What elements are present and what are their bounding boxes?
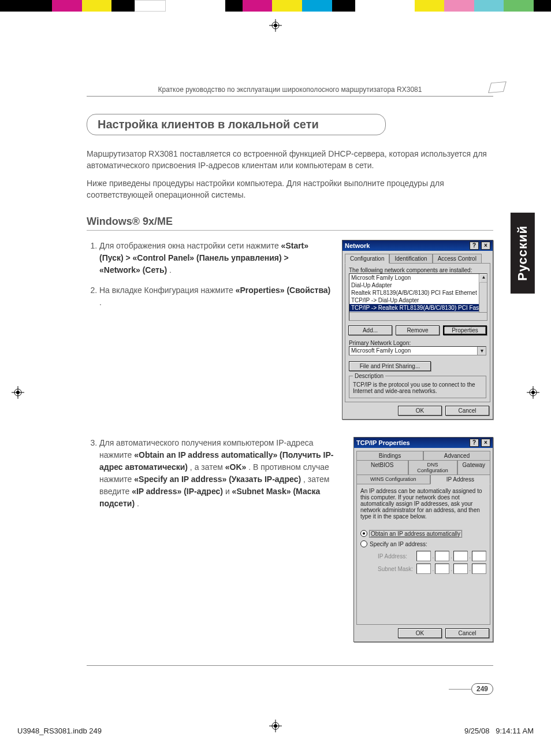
network-dialog-titlebar: Network ? × <box>342 240 493 251</box>
tab-access-control[interactable]: Access Control <box>433 254 482 264</box>
primary-logon-combo[interactable]: Microsoft Family Logon ▾ <box>349 346 486 355</box>
radio-obtain-label: Obtain an IP address automatically <box>370 531 461 537</box>
tab-ip-address[interactable]: IP Address <box>430 475 490 484</box>
ip-octet-input[interactable] <box>416 551 431 561</box>
running-header: Краткое руководство по эксплуатации широ… <box>87 86 493 97</box>
tab-identification[interactable]: Identification <box>389 254 432 264</box>
running-header-text: Краткое руководство по эксплуатации широ… <box>158 86 422 94</box>
file-print-sharing-button[interactable]: File and Print Sharing... <box>349 361 431 371</box>
ok-button[interactable]: OK <box>398 628 442 638</box>
router-icon <box>488 81 507 93</box>
scrollbar-horizontal[interactable] <box>349 312 487 320</box>
ok-button[interactable]: OK <box>398 406 442 416</box>
step-2: На вкладке Конфигурация нажмите «Propert… <box>99 284 332 309</box>
section-title-box: Настройка клиентов в локальной сети <box>87 114 386 135</box>
components-label: The following network components are ins… <box>349 267 486 273</box>
page-number-box: 249 <box>87 683 493 695</box>
step-3-text: Для автоматического получения компьютеро… <box>87 437 343 642</box>
list-item[interactable]: Dial-Up Adapter <box>349 281 487 289</box>
radio-icon <box>360 530 367 537</box>
registration-mark-top <box>0 12 551 39</box>
language-tab: Русский <box>511 213 535 294</box>
tcpip-dialog: TCP/IP Properties ? × Bindings Advanced … <box>353 437 493 642</box>
description-text: TCP/IP is the protocol you use to connec… <box>353 381 482 394</box>
tcpip-blurb: An IP address can be automatically assig… <box>360 488 486 520</box>
network-components-list[interactable]: Microsoft Family Logon Dial-Up Adapter R… <box>349 273 487 321</box>
registration-mark-left <box>12 386 24 401</box>
ip-octet-input[interactable] <box>472 551 486 561</box>
tcpip-dialog-titlebar: TCP/IP Properties ? × <box>354 438 493 448</box>
print-date: 9/25/08 <box>464 727 489 735</box>
radio-specify[interactable]: Specify an IP address: <box>360 540 486 547</box>
print-footer: U3948_RS3081.indb 249 9/25/08 9:14:11 AM <box>0 727 551 735</box>
tcpip-tabs: Bindings Advanced NetBIOS DNS Configurat… <box>354 448 493 484</box>
description-legend: Description <box>353 373 385 379</box>
list-item[interactable]: Microsoft Family Logon <box>349 274 487 281</box>
tab-dns[interactable]: DNS Configuration <box>408 460 457 475</box>
tab-netbios[interactable]: NetBIOS <box>356 460 408 475</box>
radio-obtain-auto[interactable]: Obtain an IP address automatically <box>360 530 486 537</box>
subnet-octet-input[interactable] <box>472 564 486 574</box>
tab-advanced[interactable]: Advanced <box>423 451 490 460</box>
subnet-octet-input[interactable] <box>453 564 468 574</box>
list-item-selected[interactable]: TCP/IP -> Realtek RTL8139(A/B/C/8130) PC… <box>349 304 487 312</box>
ip-octet-input[interactable] <box>453 551 468 561</box>
ip-address-row: IP Address: . . . <box>378 551 486 561</box>
tab-bindings[interactable]: Bindings <box>356 451 423 460</box>
tab-configuration[interactable]: Configuration <box>345 254 389 264</box>
subnet-mask-row: Subnet Mask: . . . <box>378 564 486 574</box>
cancel-button[interactable]: Cancel <box>445 628 489 638</box>
ip-octet-input[interactable] <box>435 551 449 561</box>
help-button[interactable]: ? <box>470 439 479 447</box>
network-dialog: Network ? × Configuration Identification… <box>342 240 493 420</box>
tab-gateway[interactable]: Gateway <box>457 460 490 475</box>
subsection-title: Windows® 9x/ME <box>87 216 493 228</box>
file-info: U3948_RS3081.indb 249 <box>17 727 102 735</box>
step-3: Для автоматического получения компьютеро… <box>99 437 343 510</box>
page-number: 249 <box>471 683 493 695</box>
description-fieldset: Description TCP/IP is the protocol you u… <box>349 376 486 398</box>
intro-paragraph-2: Ниже приведены процедуры настройки компь… <box>87 177 493 201</box>
tcpip-dialog-title: TCP/IP Properties <box>356 439 410 446</box>
network-tabs: Configuration Identification Access Cont… <box>342 251 493 263</box>
cancel-button[interactable]: Cancel <box>445 406 489 416</box>
remove-button[interactable]: Remove <box>396 325 440 335</box>
subnet-octet-input[interactable] <box>416 564 431 574</box>
scroll-up-icon[interactable]: ▲ <box>479 274 487 283</box>
list-item[interactable]: Realtek RTL8139(A/B/C/8130) PCI Fast Eth… <box>349 289 487 297</box>
radio-specify-label: Specify an IP address: <box>370 541 427 547</box>
close-button[interactable]: × <box>481 242 490 250</box>
primary-logon-label: Primary Network Logon: <box>349 340 486 346</box>
properties-button[interactable]: Properties <box>443 325 487 335</box>
step-1: Для отображения окна настройки сети нажм… <box>99 240 332 276</box>
close-button[interactable]: × <box>481 439 490 447</box>
registration-mark-right <box>527 386 539 401</box>
steps-1-2: Для отображения окна настройки сети нажм… <box>87 240 332 420</box>
scrollbar-vertical[interactable]: ▲ <box>479 274 487 312</box>
network-dialog-title: Network <box>345 242 370 249</box>
registration-mark-bottom <box>0 712 551 740</box>
add-button[interactable]: Add... <box>348 325 392 335</box>
ip-address-label: IP Address: <box>378 553 415 559</box>
subnet-octet-input[interactable] <box>435 564 449 574</box>
tab-wins[interactable]: WINS Configuration <box>356 475 430 484</box>
footer-rule <box>87 665 493 666</box>
intro-paragraph-1: Маршрутизатор RX3081 поставляется со вст… <box>87 148 493 172</box>
print-time: 9:14:11 AM <box>496 727 534 735</box>
printer-colorbar-top <box>0 0 551 12</box>
radio-icon <box>360 540 367 547</box>
help-button[interactable]: ? <box>470 242 479 250</box>
primary-logon-value: Microsoft Family Logon <box>351 347 411 354</box>
dropdown-arrow-icon[interactable]: ▾ <box>477 347 486 355</box>
subnet-mask-label: Subnet Mask: <box>378 566 415 572</box>
subsection-heading: Windows® 9x/ME <box>87 216 493 231</box>
section-title: Настройка клиентов в локальной сети <box>98 118 375 131</box>
list-item[interactable]: TCP/IP -> Dial-Up Adapter <box>349 297 487 304</box>
